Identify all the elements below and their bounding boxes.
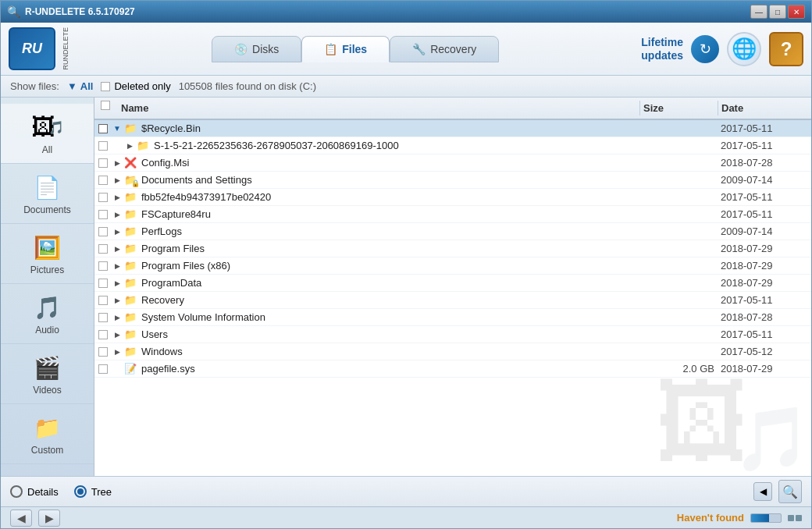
- expand-arrow-icon[interactable]: ▶: [112, 331, 123, 339]
- table-row[interactable]: ▶ 📁 Program Files 2018-07-29: [94, 240, 811, 257]
- table-row[interactable]: ▶ ❌ Config.Msi 2018-07-28: [94, 154, 811, 172]
- row-checkbox[interactable]: [94, 193, 112, 202]
- expand-arrow-icon[interactable]: ▶: [112, 262, 123, 270]
- audio-icon: 🎵: [27, 292, 68, 323]
- file-date: 2017-05-12: [718, 346, 811, 357]
- select-all-checkbox[interactable]: [101, 101, 110, 110]
- show-files-label: Show files:: [10, 80, 59, 92]
- expand-arrow-icon[interactable]: ▶: [112, 314, 123, 321]
- sidebar-item-shredder[interactable]: 🗑️ Shredder: [1, 464, 94, 476]
- sidebar-item-all[interactable]: 🖼🎵 All: [1, 104, 94, 164]
- row-checkbox[interactable]: [94, 227, 112, 236]
- status-back-button[interactable]: ◀: [10, 509, 32, 527]
- folder-icon: 📁: [123, 311, 138, 323]
- maximize-button[interactable]: □: [769, 5, 786, 19]
- file-date: 2009-07-14: [718, 225, 811, 237]
- table-row[interactable]: ▶ 📁 Windows 2017-05-12: [94, 343, 811, 360]
- table-row[interactable]: ▼ 📁 $Recycle.Bin 2017-05-11: [94, 120, 811, 137]
- sidebar-item-documents[interactable]: 📄 Documents: [1, 164, 94, 224]
- file-name: Config.Msi: [138, 157, 639, 169]
- minimize-dots: [788, 515, 802, 521]
- language-button[interactable]: 🌐: [727, 32, 761, 66]
- row-checkbox[interactable]: [94, 210, 112, 219]
- row-checkbox[interactable]: [94, 347, 112, 357]
- header-right: Lifetimeupdates ↻ 🌐 ?: [641, 32, 803, 66]
- refresh-button[interactable]: ↻: [691, 35, 719, 63]
- app-logo: RU: [9, 27, 55, 70]
- folder-icon: 📁: [123, 346, 138, 357]
- minimize-button[interactable]: —: [750, 5, 767, 19]
- sidebar-item-pictures[interactable]: 🖼️ Pictures: [1, 224, 94, 284]
- row-checkbox[interactable]: [94, 261, 112, 271]
- file-name: fbb52fe4b94373917be02420: [138, 191, 639, 203]
- file-date: 2017-05-11: [718, 122, 811, 134]
- deleted-only-checkbox-area[interactable]: Deleted only: [101, 80, 170, 92]
- tree-view-option[interactable]: Tree: [74, 485, 112, 498]
- folder-icon: 📁: [123, 225, 138, 237]
- row-checkbox[interactable]: [94, 176, 112, 185]
- deleted-only-label: Deleted only: [114, 80, 170, 92]
- expand-arrow-icon[interactable]: ▶: [112, 245, 123, 253]
- show-files-dropdown[interactable]: ▼ All: [67, 80, 94, 92]
- row-checkbox[interactable]: [94, 124, 112, 133]
- details-label: Details: [27, 486, 59, 498]
- folder-icon: 📁: [123, 294, 138, 306]
- table-row[interactable]: ▶ 📁 System Volume Information 2018-07-28: [94, 309, 811, 326]
- table-row[interactable]: ▶ 📁 Users 2017-05-11: [94, 326, 811, 343]
- table-row[interactable]: ▶ 📁 PerfLogs 2009-07-14: [94, 223, 811, 240]
- help-button[interactable]: ?: [769, 32, 803, 66]
- file-name: Documents and Settings: [138, 174, 639, 186]
- table-row[interactable]: ▶ 📁 FSCapture84ru 2017-05-11: [94, 206, 811, 223]
- expand-arrow-icon[interactable]: ▶: [112, 211, 123, 218]
- tab-disks[interactable]: 💿 Disks: [212, 36, 301, 62]
- row-checkbox[interactable]: [94, 158, 112, 168]
- file-name: pagefile.sys: [138, 363, 639, 375]
- row-checkbox[interactable]: [94, 141, 112, 151]
- sidebar-all-label: All: [42, 144, 52, 155]
- title-bar-left: 🔍 R-UNDELETE 6.5.170927: [7, 5, 135, 18]
- details-view-option[interactable]: Details: [10, 485, 59, 498]
- table-row[interactable]: ▶ 📁 S-1-5-21-2265235636-2678905037-20608…: [94, 137, 811, 154]
- file-name: Users: [138, 328, 639, 340]
- search-button[interactable]: 🔍: [778, 480, 802, 503]
- table-row[interactable]: ▶ 📁 Recovery 2017-05-11: [94, 292, 811, 309]
- title-bar: 🔍 R-UNDELETE 6.5.170927 — □ ✕: [1, 1, 811, 23]
- expand-arrow-icon[interactable]: ▶: [112, 176, 123, 184]
- tree-radio[interactable]: [74, 485, 87, 498]
- sidebar-item-audio[interactable]: 🎵 Audio: [1, 284, 94, 344]
- expand-arrow-icon[interactable]: ▶: [112, 193, 123, 201]
- sidebar-audio-label: Audio: [35, 325, 59, 336]
- size-column-header: Size: [639, 101, 718, 115]
- close-button[interactable]: ✕: [788, 5, 805, 19]
- tab-files[interactable]: 📋 Files: [301, 36, 390, 62]
- row-checkbox[interactable]: [94, 244, 112, 254]
- table-row[interactable]: ▶ 📁 fbb52fe4b94373917be02420 2017-05-11: [94, 189, 811, 206]
- expand-arrow-icon[interactable]: ▶: [112, 159, 123, 167]
- expand-arrow-icon[interactable]: ▶: [112, 279, 123, 287]
- table-row[interactable]: ▶ 📁 ProgramData 2018-07-29: [94, 275, 811, 292]
- table-row[interactable]: 📝 pagefile.sys 2.0 GB 2018-07-29: [94, 360, 811, 378]
- deleted-only-checkbox[interactable]: [101, 82, 110, 91]
- row-checkbox[interactable]: [94, 330, 112, 339]
- row-checkbox[interactable]: [94, 279, 112, 288]
- expand-arrow-icon[interactable]: ▶: [112, 228, 123, 236]
- expand-arrow-icon[interactable]: ▶: [124, 142, 135, 150]
- table-row[interactable]: ▶ 📁🔒 Documents and Settings 2009-07-14: [94, 172, 811, 189]
- status-forward-button[interactable]: ▶: [38, 509, 60, 527]
- row-checkbox[interactable]: [94, 296, 112, 305]
- status-right: Haven't found: [677, 512, 802, 524]
- row-checkbox[interactable]: [94, 364, 112, 374]
- sidebar-item-videos[interactable]: 🎬 Videos: [1, 344, 94, 404]
- file-name: FSCapture84ru: [138, 208, 639, 220]
- expand-arrow-icon[interactable]: ▶: [112, 348, 123, 356]
- table-row[interactable]: ▶ 📁 Program Files (x86) 2018-07-29: [94, 257, 811, 275]
- progress-bar: [750, 513, 782, 523]
- expand-arrow-icon[interactable]: ▶: [112, 296, 123, 304]
- sidebar-item-custom[interactable]: 📁 Custom: [1, 404, 94, 464]
- back-button[interactable]: ◀: [753, 482, 772, 501]
- tab-recovery[interactable]: 🔧 Recovery: [390, 36, 499, 62]
- row-checkbox[interactable]: [94, 313, 112, 322]
- expand-arrow-icon[interactable]: ▼: [112, 124, 123, 133]
- folder-icon: 📁: [123, 191, 138, 203]
- details-radio[interactable]: [10, 485, 23, 498]
